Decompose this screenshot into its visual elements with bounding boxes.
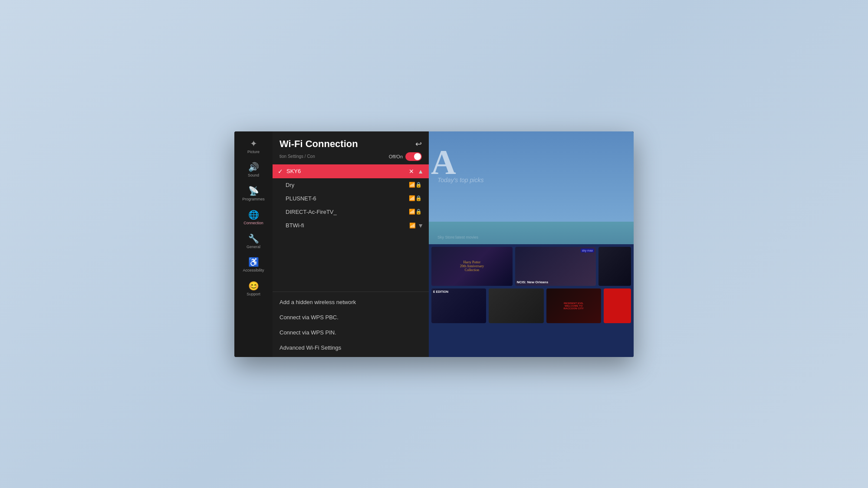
programmes-icon: 📡 <box>248 187 259 195</box>
network-item-sky6[interactable]: ✓ SKY6 ✕ ▲ <box>273 164 429 178</box>
sound-icon: 🔊 <box>248 163 259 171</box>
sidebar-item-sound-label: Sound <box>248 173 259 178</box>
general-icon: 🔧 <box>248 234 259 243</box>
network-item-plusnet[interactable]: PLUSNET-6 📶🔒 <box>273 192 429 205</box>
wifi-subtitle-row: tion Settings / Con Off/On <box>279 152 422 161</box>
wifi-lock-icon: 📶🔒 <box>409 182 422 188</box>
wifi-lock-icon2: 📶🔒 <box>409 195 422 201</box>
advanced-wifi-settings[interactable]: Advanced Wi-Fi Settings <box>273 340 429 355</box>
toggle-row: Off/On <box>389 152 422 161</box>
sidebar-item-connection[interactable]: 🌐 Connection <box>234 206 273 230</box>
sidebar-item-accessibility[interactable]: ♿ Accessibility <box>234 253 273 277</box>
sidebar-item-general[interactable]: 🔧 General <box>234 230 273 254</box>
card-ncis[interactable]: sky max NCIS: New Orleans <box>515 247 596 286</box>
card-resident-evil[interactable]: RESIDENT EVILWELCOME TORACCOON CITY <box>546 288 601 323</box>
wifi-title: Wi-Fi Connection <box>279 138 358 150</box>
main-content: Wi-Fi Connection ↩ tion Settings / Con O… <box>273 131 634 357</box>
tv-content: A Today's top picks Home Sky Store:lates… <box>429 131 634 357</box>
sidebar-item-picture-label: Picture <box>247 150 260 154</box>
chevron-down-icon: ▼ <box>418 222 424 229</box>
resident-evil-text: RESIDENT EVILWELCOME TORACCOON CITY <box>563 301 585 311</box>
card-venom[interactable]: E EDITION <box>431 288 486 323</box>
sidebar-item-general-label: General <box>247 245 260 249</box>
network-name-dry: Dry <box>286 182 409 188</box>
toggle-label: Off/On <box>389 154 403 159</box>
sidebar-item-sound[interactable]: 🔊 Sound <box>234 158 273 182</box>
check-icon: ✓ <box>278 168 283 175</box>
sidebar-item-connection-label: Connection <box>243 221 263 226</box>
ncis-title: NCIS: New Orleans <box>517 280 548 284</box>
sidebar-item-programmes[interactable]: 📡 Programmes <box>234 182 273 206</box>
network-name-btwifi: BTWi-fi <box>286 222 409 229</box>
network-item-dry[interactable]: Dry 📶🔒 <box>273 178 429 192</box>
tv-frame: ✦ Picture 🔊 Sound 📡 Programmes 🌐 Connect… <box>234 131 634 357</box>
picks-overlay-text: Today's top picks <box>437 177 483 183</box>
card-harry-potter[interactable]: Harry Potter20th AnniversaryCollection <box>431 247 513 286</box>
card-red[interactable] <box>604 288 631 323</box>
wifi-title-row: Wi-Fi Connection ↩ <box>279 138 422 150</box>
accessibility-icon: ♿ <box>248 258 259 266</box>
divider <box>273 291 429 292</box>
wifi-header: Wi-Fi Connection ↩ tion Settings / Con O… <box>273 131 429 164</box>
connect-wps-pin[interactable]: Connect via WPS PIN. <box>273 325 429 340</box>
chevron-up-icon: ▲ <box>418 168 424 175</box>
sidebar: ✦ Picture 🔊 Sound 📡 Programmes 🌐 Connect… <box>234 131 273 357</box>
sidebar-item-support-label: Support <box>247 292 260 297</box>
picture-icon: ✦ <box>250 139 257 148</box>
wifi-icon-btwifi: 📶 <box>409 223 416 229</box>
close-icon[interactable]: ✕ <box>409 168 414 175</box>
back-button[interactable]: ↩ <box>415 139 422 149</box>
network-item-btwifi[interactable]: BTWi-fi 📶 ▼ <box>273 219 429 233</box>
connect-wps-pbc[interactable]: Connect via WPS PBC. <box>273 310 429 325</box>
sidebar-item-picture[interactable]: ✦ Picture <box>234 135 273 159</box>
card-partial <box>598 247 631 286</box>
cards-row-2: E EDITION RESIDENT EVILWELCOME TORACCOON… <box>431 288 631 323</box>
sky-store-text: Sky Store:latest movies <box>437 235 478 239</box>
network-list: ✓ SKY6 ✕ ▲ Dry 📶🔒 PLUSNET-6 📶🔒 DIRE <box>273 164 429 291</box>
bottom-content: Harry Potter20th AnniversaryCollection s… <box>429 244 634 357</box>
add-hidden-network[interactable]: Add a hidden wireless network <box>273 295 429 310</box>
network-item-firetv[interactable]: DIRECT-Ac-FireTV_ 📶🔒 <box>273 205 429 219</box>
wifi-breadcrumb: tion Settings / Con <box>279 154 315 159</box>
wifi-panel: Wi-Fi Connection ↩ tion Settings / Con O… <box>273 131 429 357</box>
card-man[interactable] <box>489 288 543 323</box>
network-name-sky6: SKY6 <box>286 168 409 174</box>
connection-icon: 🌐 <box>248 210 259 219</box>
support-icon: 😊 <box>248 282 259 290</box>
sidebar-item-accessibility-label: Accessibility <box>243 268 264 273</box>
harry-potter-text: Harry Potter20th AnniversaryCollection <box>458 259 486 274</box>
cards-row-1: Harry Potter20th AnniversaryCollection s… <box>431 247 631 286</box>
sidebar-item-programmes-label: Programmes <box>242 197 265 202</box>
venom-label: E EDITION <box>431 288 486 295</box>
network-name-plusnet: PLUSNET-6 <box>286 195 409 202</box>
toggle-switch[interactable] <box>405 152 422 161</box>
wifi-lock-icon3: 📶🔒 <box>409 209 422 215</box>
action-list: Add a hidden wireless network Connect vi… <box>273 293 429 357</box>
sidebar-item-support[interactable]: 😊 Support <box>234 277 273 301</box>
network-name-firetv: DIRECT-Ac-FireTV_ <box>286 209 409 215</box>
sky-max-badge: sky max <box>581 249 595 252</box>
